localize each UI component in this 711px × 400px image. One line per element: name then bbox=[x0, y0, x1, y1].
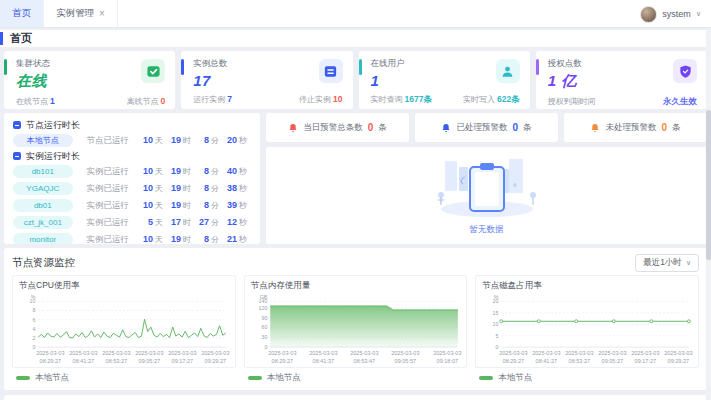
instance-pill[interactable]: YGAQJC bbox=[13, 182, 73, 195]
runtime-row: czt_jk_001 实例已运行 5天 17时 27分 12秒 bbox=[13, 214, 251, 231]
stat-sub-label: 授权到期时间 bbox=[548, 97, 596, 106]
x-tick-label: 2025-03-0308:29:27 bbox=[36, 351, 64, 365]
x-tick-label: 2025-03-0309:05:27 bbox=[599, 351, 627, 365]
runtime-panel: 节点运行时长 本地节点 节点已运行 10天 19时 8分 20秒 实例运行时长 … bbox=[4, 113, 260, 244]
runtime-prefix: 实例已运行 bbox=[87, 234, 135, 245]
user-name: system bbox=[662, 9, 691, 19]
x-tick-label: 2025-03-0308:53:27 bbox=[566, 351, 594, 365]
alarm-card-unhandled: 未处理预警数 0 条 bbox=[564, 113, 707, 142]
card-accent-bar bbox=[536, 59, 539, 75]
stat-sub-value: 622条 bbox=[497, 94, 520, 104]
section-title: 实例运行时长 bbox=[26, 150, 80, 163]
stat-label: 在线用户 bbox=[371, 58, 405, 70]
instance-pill[interactable]: czt_jk_001 bbox=[13, 216, 73, 229]
runtime-row: db101 实例已运行 10天 19时 8分 40秒 bbox=[13, 163, 251, 180]
stat-label: 实例总数 bbox=[193, 58, 227, 70]
tab-close-icon[interactable]: × bbox=[99, 8, 105, 19]
x-tick-label: 2025-03-0308:41:27 bbox=[533, 351, 561, 365]
x-tick-label: 2025-03-0309:05:27 bbox=[135, 351, 163, 365]
instance-pill[interactable]: db101 bbox=[13, 165, 73, 178]
x-tick-label: 2025-03-0309:17:27 bbox=[631, 351, 659, 365]
shield-check-icon bbox=[141, 59, 165, 83]
node-pill[interactable]: 本地节点 bbox=[13, 134, 73, 147]
svg-text:90: 90 bbox=[261, 315, 267, 321]
alarm-empty-state: 暂无数据 bbox=[266, 147, 707, 244]
stat-sub-label: 实时查询 bbox=[371, 95, 403, 104]
alarm-unit: 条 bbox=[378, 122, 387, 134]
stat-sub-label: 离线节点 bbox=[127, 97, 159, 106]
svg-text:10: 10 bbox=[493, 321, 499, 327]
section-icon bbox=[13, 152, 21, 160]
runtime-duration: 5天 17时 27分 12秒 bbox=[139, 217, 251, 228]
runtime-duration: 10天 19时 8分 39秒 bbox=[139, 200, 251, 211]
instance-resource-monitor: 实例资源监控 最近1小时 ∨ bbox=[4, 395, 707, 400]
legend-local-node[interactable]: 本地节点 bbox=[248, 372, 468, 384]
svg-text:0: 0 bbox=[496, 344, 499, 349]
stat-sub-label: 在线节点 bbox=[16, 97, 48, 106]
runtime-prefix: 实例已运行 bbox=[87, 217, 135, 229]
alarm-bell-icon bbox=[590, 123, 600, 133]
runtime-duration: 10天 19时 8分 21秒 bbox=[139, 234, 251, 244]
cpu-chart-plot: 0246810% bbox=[19, 293, 231, 349]
alarm-card-handled: 已处理预警数 0 条 bbox=[415, 113, 558, 142]
stat-sub-value: 1677条 bbox=[405, 94, 432, 104]
stat-card-license-points: 授权点数 1 亿 授权到期时间 永久生效 bbox=[536, 51, 707, 109]
user-menu[interactable]: system ∨ bbox=[640, 0, 701, 28]
legend-label: 本地节点 bbox=[35, 372, 69, 384]
alarm-value: 0 bbox=[512, 122, 518, 133]
section-icon bbox=[13, 121, 21, 129]
chart-title: 节点CPU使用率 bbox=[19, 280, 231, 292]
x-tick-label: 2025-03-0309:17:27 bbox=[168, 351, 196, 365]
runtime-row: monitor 实例已运行 10天 19时 8分 21秒 bbox=[13, 231, 251, 244]
stat-sub-label: 停止实例 bbox=[299, 95, 331, 104]
time-range-select[interactable]: 最近1小时 ∨ bbox=[635, 254, 699, 272]
svg-text:0: 0 bbox=[264, 344, 267, 349]
legend-label: 本地节点 bbox=[267, 372, 301, 384]
empty-state-text: 暂无数据 bbox=[470, 224, 504, 236]
scrollbar-thumb[interactable] bbox=[706, 110, 711, 260]
chart-title: 节点内存使用量 bbox=[251, 280, 463, 292]
tab-instance-management[interactable]: 实例管理 × bbox=[44, 0, 118, 27]
alarm-unit: 条 bbox=[523, 122, 532, 134]
alarm-summary-row: 当日预警总条数 0 条 已处理预警数 0 条 未处理预警数 0 条 bbox=[266, 113, 707, 142]
time-range-value: 最近1小时 bbox=[643, 257, 682, 269]
instance-pill[interactable]: db01 bbox=[13, 199, 73, 212]
empty-illustration bbox=[417, 155, 557, 221]
alarm-label: 当日预警总条数 bbox=[303, 122, 363, 134]
chevron-down-icon: ∨ bbox=[696, 10, 701, 18]
title-accent-bar bbox=[0, 32, 3, 45]
page-title: 首页 bbox=[10, 31, 32, 46]
tab-home[interactable]: 首页 bbox=[0, 0, 44, 27]
x-tick-label: 2025-03-0309:29:27 bbox=[201, 351, 229, 365]
memory-usage-chart: 节点内存使用量 0306090120140GB 2025-03-0308:29:… bbox=[244, 275, 468, 368]
avatar bbox=[640, 6, 657, 23]
legend-local-node[interactable]: 本地节点 bbox=[16, 372, 236, 384]
svg-text:2: 2 bbox=[32, 335, 35, 341]
svg-text:%: % bbox=[494, 294, 499, 300]
legend-local-node[interactable]: 本地节点 bbox=[479, 372, 699, 384]
section-title: 节点运行时长 bbox=[26, 119, 80, 132]
alarm-label: 未处理预警数 bbox=[605, 122, 656, 134]
disk-usage-chart: 节点磁盘占用率 05101520% 2025-03-0308:29:272025… bbox=[475, 275, 699, 368]
stat-sub-value: 永久生效 bbox=[663, 96, 697, 106]
stat-sub-value: 0 bbox=[161, 96, 166, 106]
x-tick-label: 2025-03-0308:29:27 bbox=[500, 351, 528, 365]
alarm-card-total: 当日预警总条数 0 条 bbox=[266, 113, 409, 142]
svg-text:GB: GB bbox=[259, 294, 267, 300]
cpu-usage-chart: 节点CPU使用率 0246810% 2025-03-0308:29:272025… bbox=[12, 275, 236, 368]
chevron-down-icon: ∨ bbox=[686, 259, 691, 267]
svg-text:60: 60 bbox=[261, 324, 267, 330]
legend-label: 本地节点 bbox=[498, 372, 532, 384]
svg-text:4: 4 bbox=[32, 326, 35, 332]
legend-marker bbox=[16, 376, 30, 380]
runtime-row: YGAQJC 实例已运行 10天 19时 8分 38秒 bbox=[13, 180, 251, 197]
instance-pill[interactable]: monitor bbox=[13, 233, 73, 244]
stat-sub-value: 7 bbox=[227, 94, 232, 104]
svg-text:120: 120 bbox=[258, 305, 267, 311]
x-tick-label: 2025-03-0308:53:27 bbox=[102, 351, 130, 365]
runtime-prefix: 实例已运行 bbox=[87, 200, 135, 212]
stat-sub-label: 运行实例 bbox=[193, 95, 225, 104]
x-tick-label: 2025-03-0308:41:27 bbox=[69, 351, 97, 365]
svg-text:30: 30 bbox=[261, 334, 267, 340]
alarm-unit: 条 bbox=[672, 122, 681, 134]
